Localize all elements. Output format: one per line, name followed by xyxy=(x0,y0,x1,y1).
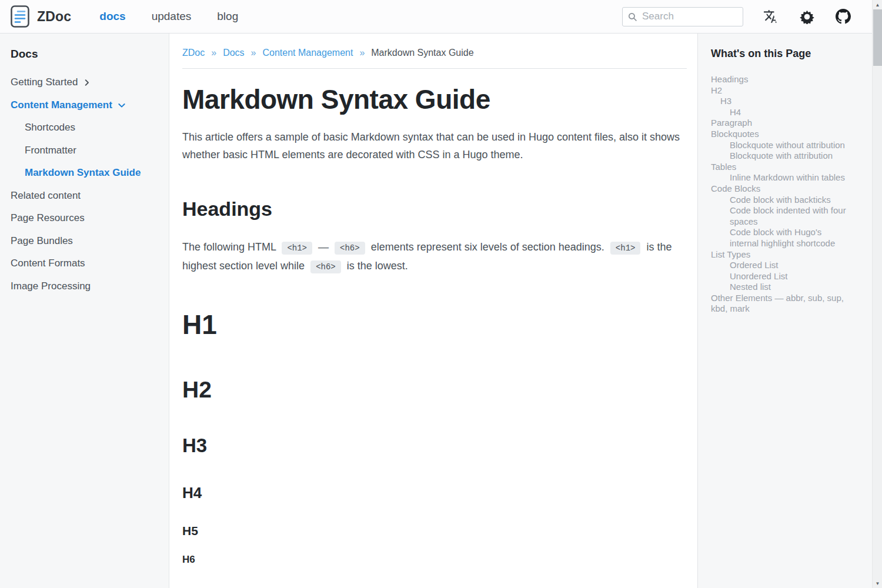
inline-code: <h1> xyxy=(282,242,312,255)
top-navbar: ZDoc docsupdatesblog xyxy=(0,0,872,34)
left-sidebar: Docs Getting StartedContent ManagementSh… xyxy=(0,34,169,588)
nav-link-updates[interactable]: updates xyxy=(152,10,192,23)
sidebar-title: Docs xyxy=(11,48,163,61)
sample-heading-h3: H3 xyxy=(182,435,687,457)
intro-paragraph: This article offers a sample of basic Ma… xyxy=(182,128,687,163)
toc-item-h2[interactable]: H2 xyxy=(711,85,848,96)
inline-code: <h6> xyxy=(335,242,365,255)
toc-item-blockquote-with-attribution[interactable]: Blockquote with attribution xyxy=(711,151,848,162)
toc-item-tables[interactable]: Tables xyxy=(711,162,848,173)
sidebar-item-content-formats[interactable]: Content Formats xyxy=(11,252,163,275)
breadcrumb-item-markdown-syntax-guide: Markdown Syntax Guide xyxy=(371,48,473,58)
sample-heading-h6: H6 xyxy=(182,554,687,566)
translate-icon[interactable] xyxy=(763,9,779,24)
chevron-down-icon xyxy=(117,101,126,110)
breadcrumb: ZDoc»Docs»Content Management»Markdown Sy… xyxy=(182,48,687,58)
navbar-icon-group xyxy=(763,9,851,24)
github-icon[interactable] xyxy=(836,9,851,24)
sidebar-item-label: Page Resources xyxy=(11,212,85,224)
toc-item-headings[interactable]: Headings xyxy=(711,74,848,85)
sample-headings: H1H2H3H4H5H6 xyxy=(182,309,687,566)
toc-list: HeadingsH2H3H4ParagraphBlockquotesBlockq… xyxy=(711,74,848,315)
toc-item-nested-list[interactable]: Nested list xyxy=(711,282,848,293)
sidebar-nav: Getting StartedContent ManagementShortco… xyxy=(11,71,163,298)
sidebar-item-label: Getting Started xyxy=(11,76,78,88)
inline-code: <h6> xyxy=(310,260,341,273)
breadcrumb-item-zdoc[interactable]: ZDoc xyxy=(182,48,205,58)
sidebar-item-image-processing[interactable]: Image Processing xyxy=(11,275,163,298)
sidebar-item-markdown-syntax-guide[interactable]: Markdown Syntax Guide xyxy=(11,162,163,185)
sample-heading-h5: H5 xyxy=(182,524,687,538)
toc-item-code-block-indented-with-four-spaces[interactable]: Code block indented with four spaces xyxy=(711,205,848,227)
sidebar-item-page-bundles[interactable]: Page Bundles xyxy=(11,230,163,253)
settings-gear-icon[interactable] xyxy=(800,9,814,24)
main-content: ZDoc»Docs»Content Management»Markdown Sy… xyxy=(169,34,697,588)
inline-code: <h1> xyxy=(610,242,641,255)
sidebar-item-label: Shortcodes xyxy=(25,122,75,133)
toc-item-blockquote-without-attribution[interactable]: Blockquote without attribution xyxy=(711,140,848,151)
toc-item-blockquotes[interactable]: Blockquotes xyxy=(711,129,848,140)
sidebar-item-label: Related content xyxy=(11,190,81,202)
sidebar-item-label: Content Management xyxy=(11,99,112,111)
toc-item-code-blocks[interactable]: Code Blocks xyxy=(711,183,848,195)
sample-heading-h4: H4 xyxy=(182,484,687,502)
toc-item-code-block-with-backticks[interactable]: Code block with backticks xyxy=(711,195,848,206)
brand-logo[interactable]: ZDoc xyxy=(11,5,71,28)
page-columns: Docs Getting StartedContent ManagementSh… xyxy=(0,34,872,588)
sample-heading-h1: H1 xyxy=(182,309,687,340)
toc-item-code-block-with-hugo-s-internal-highlight-shortcode[interactable]: Code block with Hugo's internal highligh… xyxy=(711,227,848,249)
sidebar-item-getting-started[interactable]: Getting Started xyxy=(11,71,163,94)
toc-item-paragraph[interactable]: Paragraph xyxy=(711,118,848,129)
sidebar-item-content-management[interactable]: Content Management xyxy=(11,94,163,117)
right-sidebar: What's on this Page HeadingsH2H3H4Paragr… xyxy=(697,34,872,588)
toc-item-h3[interactable]: H3 xyxy=(711,96,848,107)
scrollbar-thumb[interactable] xyxy=(873,9,882,66)
scrollbar-down-arrow[interactable]: ▼ xyxy=(873,579,882,588)
sample-heading-h2: H2 xyxy=(182,377,687,403)
toc-title: What's on this Page xyxy=(711,48,848,60)
sidebar-item-shortcodes[interactable]: Shortcodes xyxy=(11,116,163,139)
toc-item-unordered-list[interactable]: Unordered List xyxy=(711,271,848,282)
sidebar-item-label: Page Bundles xyxy=(11,235,73,247)
nav-link-docs[interactable]: docs xyxy=(99,10,125,23)
breadcrumb-separator: » xyxy=(359,48,365,58)
chevron-right-icon xyxy=(82,78,91,87)
breadcrumb-item-content-management[interactable]: Content Management xyxy=(263,48,353,58)
brand-name: ZDoc xyxy=(37,9,71,25)
toc-item-h4[interactable]: H4 xyxy=(711,107,848,118)
breadcrumb-divider xyxy=(182,68,687,69)
scrollbar-up-arrow[interactable]: ▲ xyxy=(873,0,882,9)
breadcrumb-item-docs[interactable]: Docs xyxy=(223,48,244,58)
headings-paragraph: The following HTML <h1> — <h6> elements … xyxy=(182,238,687,276)
nav-link-blog[interactable]: blog xyxy=(217,10,238,23)
page-title: Markdown Syntax Guide xyxy=(182,83,687,115)
headings-section-title: Headings xyxy=(182,198,687,220)
nav-links: docsupdatesblog xyxy=(99,10,238,23)
toc-item-ordered-list[interactable]: Ordered List xyxy=(711,260,848,271)
sidebar-item-label: Image Processing xyxy=(11,280,91,292)
sidebar-item-frontmatter[interactable]: Frontmatter xyxy=(11,139,163,162)
sidebar-item-label: Content Formats xyxy=(11,258,85,269)
breadcrumb-separator: » xyxy=(211,48,216,58)
toc-item-list-types[interactable]: List Types xyxy=(711,249,848,260)
search-input[interactable] xyxy=(642,11,738,22)
breadcrumb-separator: » xyxy=(251,48,256,58)
search-box[interactable] xyxy=(622,7,743,26)
sidebar-item-page-resources[interactable]: Page Resources xyxy=(11,207,163,230)
vertical-scrollbar[interactable]: ▲ ▼ xyxy=(872,0,882,588)
toc-item-other-elements-abbr-sub-sup-kbd-mark[interactable]: Other Elements — abbr, sub, sup, kbd, ma… xyxy=(711,293,848,315)
search-icon xyxy=(627,12,637,22)
sidebar-item-label: Markdown Syntax Guide xyxy=(25,167,141,179)
sidebar-item-related-content[interactable]: Related content xyxy=(11,185,163,208)
zdoc-document-icon xyxy=(11,5,29,28)
toc-item-inline-markdown-within-tables[interactable]: Inline Markdown within tables xyxy=(711,172,848,183)
sidebar-item-label: Frontmatter xyxy=(25,145,76,156)
